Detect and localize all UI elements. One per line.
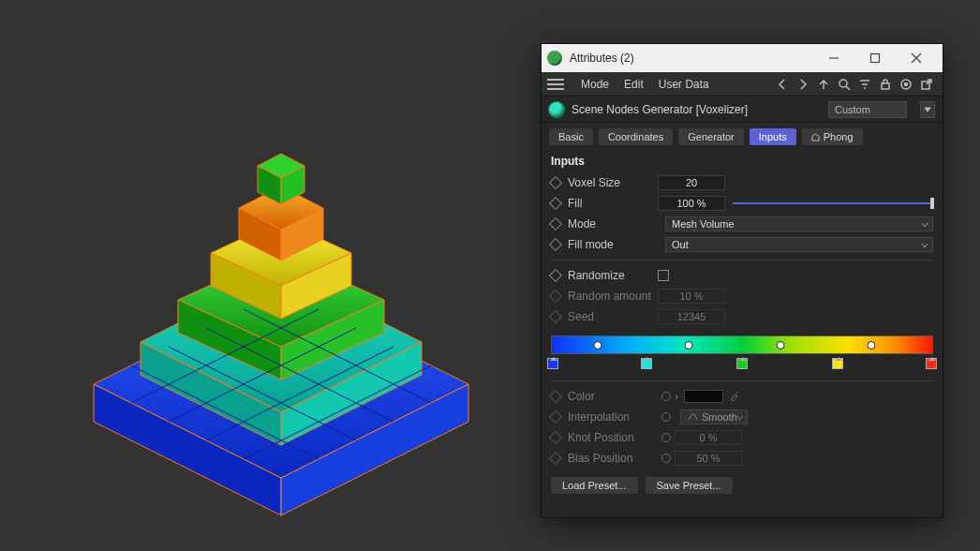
svg-line-31 (846, 86, 850, 90)
input-seed: 12345 (658, 309, 725, 324)
gradient-stop[interactable] (547, 358, 558, 369)
chevron-down-icon (921, 242, 928, 249)
link-icon (661, 454, 671, 463)
gradient-bar[interactable] (551, 335, 933, 354)
row-voxel-size: Voxel Size 20 (551, 173, 933, 192)
diamond-icon (549, 452, 562, 465)
input-fill[interactable]: 100 % (658, 196, 725, 211)
slider-fill[interactable] (733, 196, 933, 211)
back-icon[interactable] (773, 75, 792, 94)
diamond-icon[interactable] (549, 238, 562, 251)
curve-icon (687, 412, 698, 422)
row-random-amount: Random amount 10 % (551, 287, 933, 305)
link-icon (661, 412, 671, 422)
gradient-knot[interactable] (593, 341, 601, 350)
chevron-down-icon (736, 414, 744, 422)
select-fillmode[interactable]: Out (665, 237, 933, 252)
row-mode: Mode Mesh Volume (551, 215, 933, 233)
label-randomize: Randomize (568, 269, 658, 282)
input-voxel-size[interactable]: 20 (658, 175, 725, 190)
phong-icon (811, 133, 820, 141)
row-knot: Knot Position 0 % (551, 428, 933, 447)
input-random-amount: 10 % (658, 289, 725, 304)
gradient-knot[interactable] (685, 341, 693, 350)
tab-phong[interactable]: Phong (802, 128, 863, 145)
label-fillmode: Fill mode (568, 238, 658, 251)
target-icon[interactable] (897, 75, 915, 94)
select-fillmode-value: Out (672, 239, 689, 250)
gradient-editor[interactable] (551, 335, 933, 375)
search-icon[interactable] (835, 75, 854, 94)
label-color: Color (568, 390, 658, 403)
gradient-knot[interactable] (776, 341, 784, 350)
gradient-stop[interactable] (736, 358, 748, 369)
chevron-down-icon (921, 221, 928, 229)
row-fill: Fill 100 % (551, 194, 933, 213)
row-bias: Bias Position 50 % (551, 449, 933, 468)
save-preset-button[interactable]: Save Preset... (646, 477, 733, 494)
load-preset-button[interactable]: Load Preset... (551, 477, 638, 494)
label-random-amount: Random amount (568, 290, 658, 303)
popout-icon[interactable] (917, 75, 936, 94)
lock-icon[interactable] (876, 75, 895, 94)
label-fill: Fill (568, 197, 658, 210)
menu-edit[interactable]: Edit (616, 72, 651, 96)
row-fillmode: Fill mode Out (551, 235, 933, 254)
section-heading: Inputs (551, 155, 933, 168)
window-title: Attributes (2) (570, 52, 813, 65)
voxel-pyramid-render (37, 37, 525, 525)
gradient-knot[interactable] (868, 341, 876, 350)
select-interpolation: Smooth (680, 410, 748, 424)
link-icon (661, 433, 671, 442)
hamburger-icon[interactable] (547, 79, 564, 90)
diamond-icon[interactable] (549, 197, 562, 210)
gradient-stops[interactable] (551, 358, 933, 375)
diamond-icon (549, 410, 562, 424)
diamond-icon (549, 310, 562, 323)
row-seed: Seed 12345 (551, 307, 933, 326)
tabs: Basic Coordinates Generator Inputs Phong (542, 123, 943, 153)
diamond-icon[interactable] (549, 176, 562, 189)
row-color: Color › (551, 387, 933, 406)
maximize-button[interactable] (854, 44, 896, 72)
tab-phong-label: Phong (824, 131, 854, 142)
diamond-icon (549, 431, 562, 444)
tab-basic[interactable]: Basic (549, 128, 593, 145)
input-bias: 50 % (675, 451, 742, 466)
diamond-icon[interactable] (549, 217, 562, 231)
menubar: Mode Edit User Data (542, 72, 943, 97)
tab-coordinates[interactable]: Coordinates (599, 128, 673, 145)
row-randomize: Randomize (551, 266, 933, 285)
label-knot: Knot Position (568, 431, 658, 444)
checkbox-randomize[interactable] (658, 270, 669, 281)
forward-icon[interactable] (794, 75, 812, 94)
gradient-stop[interactable] (926, 358, 937, 369)
minimize-button[interactable] (813, 44, 854, 72)
label-interpolation: Interpolation (568, 410, 658, 424)
select-interp-value: Smooth (702, 411, 737, 423)
gradient-stop[interactable] (832, 358, 843, 369)
svg-point-37 (905, 82, 908, 85)
preset-caret[interactable] (920, 101, 935, 118)
node-row: Scene Nodes Generator [Voxelizer] Custom (542, 97, 943, 123)
label-seed: Seed (568, 310, 658, 323)
menu-mode[interactable]: Mode (573, 72, 616, 96)
select-mode[interactable]: Mesh Volume (665, 216, 933, 231)
label-mode: Mode (568, 217, 658, 231)
row-interpolation: Interpolation Smooth (551, 408, 933, 426)
titlebar[interactable]: Attributes (2) (542, 44, 943, 72)
up-icon[interactable] (814, 75, 833, 94)
color-swatch (684, 390, 723, 403)
preset-select[interactable]: Custom (828, 101, 907, 118)
menu-userdata[interactable]: User Data (651, 72, 717, 96)
diamond-icon (549, 390, 562, 403)
filter-icon[interactable] (855, 75, 874, 94)
app-icon (547, 51, 562, 66)
close-button[interactable] (896, 44, 937, 72)
svg-rect-35 (882, 83, 889, 89)
gradient-stop[interactable] (641, 358, 652, 369)
tab-inputs[interactable]: Inputs (750, 128, 796, 145)
diamond-icon[interactable] (549, 269, 562, 282)
attributes-panel: Attributes (2) Mode Edit User Data S (541, 43, 943, 518)
tab-generator[interactable]: Generator (678, 128, 744, 145)
